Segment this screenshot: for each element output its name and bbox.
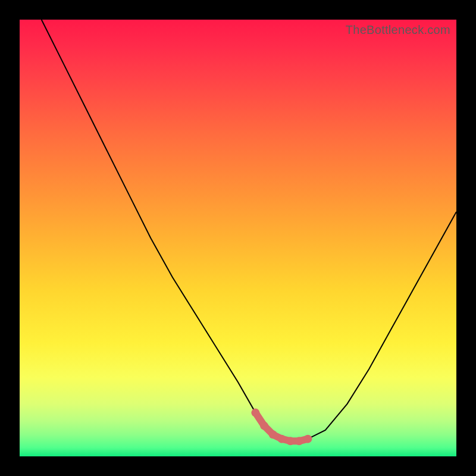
plot-area: TheBottleneck.com [20,20,456,456]
svg-point-2 [269,430,277,439]
svg-point-1 [260,422,268,430]
chart-frame: TheBottleneck.com [0,0,476,476]
svg-point-3 [277,435,286,443]
svg-point-0 [251,409,259,417]
svg-point-4 [286,437,295,445]
svg-point-6 [303,435,312,443]
svg-point-5 [295,437,303,445]
bottleneck-curve [20,20,456,456]
